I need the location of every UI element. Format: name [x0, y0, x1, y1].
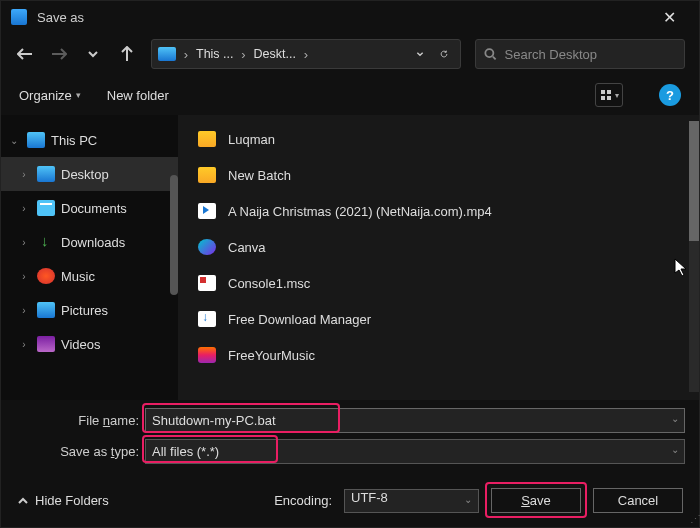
chevron-right-icon: ›	[17, 271, 31, 282]
chevron-down-icon[interactable]: ⌄	[671, 413, 679, 424]
search-box[interactable]	[475, 39, 685, 69]
file-list: Luqman New Batch A Naija Christmas (2021…	[178, 115, 699, 400]
cursor-icon	[674, 258, 688, 281]
chevron-down-icon[interactable]: ⌄	[671, 444, 679, 455]
search-input[interactable]	[505, 47, 677, 62]
app-icon	[11, 9, 27, 25]
file-item[interactable]: Canva	[178, 229, 699, 265]
tree-music[interactable]: › Music	[1, 259, 178, 293]
canva-icon	[198, 239, 216, 255]
pc-icon	[27, 132, 45, 148]
video-icon	[198, 203, 216, 219]
forward-button[interactable]	[49, 44, 69, 64]
filename-input[interactable]	[145, 408, 685, 433]
view-button[interactable]: ▾	[595, 83, 623, 107]
resize-grip[interactable]: ⋰	[690, 513, 698, 526]
fields: File name: ⌄ Save as type: All files (*.…	[1, 400, 699, 474]
tree-videos[interactable]: › Videos	[1, 327, 178, 361]
documents-icon	[37, 200, 55, 216]
file-item[interactable]: FreeYourMusic	[178, 337, 699, 373]
tree-scrollbar[interactable]	[170, 175, 178, 295]
tree-pictures[interactable]: › Pictures	[1, 293, 178, 327]
svg-point-3	[485, 49, 493, 57]
help-button[interactable]: ?	[659, 84, 681, 106]
breadcrumb-root[interactable]: This ...	[194, 47, 236, 61]
desktop-icon	[37, 166, 55, 182]
svg-rect-5	[601, 90, 605, 94]
chevron-down-icon: ⌄	[464, 494, 472, 505]
chevron-right-icon: ›	[17, 237, 31, 248]
chevron-right-icon: ›	[17, 305, 31, 316]
refresh-button[interactable]	[434, 44, 454, 64]
nav-bar: › This ... › Deskt... ›	[1, 33, 699, 75]
new-folder-button[interactable]: New folder	[107, 88, 169, 103]
chevron-right-icon: ›	[17, 203, 31, 214]
chevron-right-icon: ›	[302, 47, 310, 62]
file-item[interactable]: Console1.msc	[178, 265, 699, 301]
tree-downloads[interactable]: › Downloads	[1, 225, 178, 259]
chevron-right-icon: ›	[17, 169, 31, 180]
pc-icon	[158, 47, 176, 61]
recent-dropdown[interactable]	[83, 44, 103, 64]
file-item[interactable]: Free Download Manager	[178, 301, 699, 337]
svg-rect-8	[607, 96, 611, 100]
file-item[interactable]: Luqman	[178, 121, 699, 157]
tree-thispc[interactable]: ⌄ This PC	[1, 123, 178, 157]
music-icon	[37, 268, 55, 284]
svg-rect-6	[607, 90, 611, 94]
pictures-icon	[37, 302, 55, 318]
breadcrumb-leaf[interactable]: Deskt...	[252, 47, 298, 61]
folder-icon	[198, 167, 216, 183]
fym-icon	[198, 347, 216, 363]
chevron-right-icon: ›	[182, 47, 190, 62]
saveastype-select[interactable]: All files (*.*)	[145, 439, 685, 464]
organize-button[interactable]: Organize ▾	[19, 88, 81, 103]
file-item[interactable]: A Naija Christmas (2021) (NetNaija.com).…	[178, 193, 699, 229]
save-button[interactable]: Save	[491, 488, 581, 513]
svg-line-4	[493, 57, 496, 60]
hide-folders-button[interactable]: Hide Folders	[17, 493, 109, 508]
svg-rect-7	[601, 96, 605, 100]
chevron-up-icon	[17, 495, 29, 507]
chevron-right-icon: ›	[240, 47, 248, 62]
back-button[interactable]	[15, 44, 35, 64]
encoding-label: Encoding:	[274, 493, 332, 508]
saveastype-label: Save as type:	[15, 444, 139, 459]
chevron-right-icon: ›	[17, 339, 31, 350]
toolbar: Organize ▾ New folder ▾ ?	[1, 75, 699, 115]
cancel-button[interactable]: Cancel	[593, 488, 683, 513]
address-dropdown[interactable]	[410, 44, 430, 64]
chevron-down-icon: ⌄	[7, 135, 21, 146]
save-as-dialog: Save as ✕ › This ... › Deskt... › Organi…	[0, 0, 700, 528]
tree-documents[interactable]: › Documents	[1, 191, 178, 225]
address-bar[interactable]: › This ... › Deskt... ›	[151, 39, 461, 69]
file-item[interactable]: New Batch	[178, 157, 699, 193]
nav-tree: ⌄ This PC › Desktop › Documents › Downlo…	[1, 115, 178, 400]
msc-icon	[198, 275, 216, 291]
close-button[interactable]: ✕	[649, 8, 689, 27]
folder-icon	[198, 131, 216, 147]
up-button[interactable]	[117, 44, 137, 64]
downloads-icon	[37, 234, 55, 250]
filename-label: File name:	[15, 413, 139, 428]
fdm-icon	[198, 311, 216, 327]
titlebar: Save as ✕	[1, 1, 699, 33]
window-title: Save as	[37, 10, 649, 25]
file-scrollbar-thumb[interactable]	[689, 121, 699, 241]
tree-desktop[interactable]: › Desktop	[1, 157, 178, 191]
grid-icon	[600, 89, 613, 102]
videos-icon	[37, 336, 55, 352]
dialog-footer: Hide Folders Encoding: UTF-8 ⌄ Save Canc…	[1, 474, 699, 527]
encoding-select[interactable]: UTF-8 ⌄	[344, 489, 479, 513]
